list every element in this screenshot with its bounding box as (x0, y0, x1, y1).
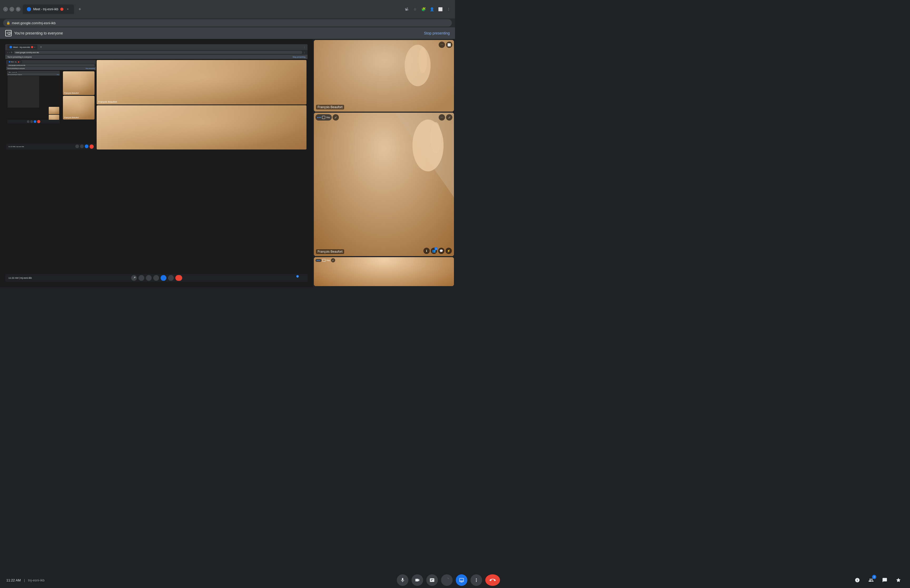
nested-browser-chrome-l1: Meet - tnj-esni-ikb × + ⋮ (5, 44, 307, 50)
svg-rect-2 (314, 40, 454, 111)
self-view-top-controls: ●●● You ⤢ (315, 258, 335, 262)
nested-stop-l1: Stop presenting (293, 56, 305, 58)
nested-url-l1: meet.google.com/tnj-esni-ikb (15, 52, 39, 53)
screen-share-area: Meet - tnj-esni-ikb × + ⋮ ‹ › ↻ meet.goo… (0, 39, 313, 287)
participant-video-2: François Beaufort ⋯ ⤢ ●●● You ⤢ ℹ 👥 3 (314, 113, 454, 256)
participant-2-controls: ⋯ ⤢ (439, 114, 453, 121)
participant-1-options[interactable]: ⋯ (439, 42, 445, 48)
p2-people[interactable]: 👥 3 (431, 248, 437, 254)
present-screen-icon (5, 30, 11, 36)
p2-badge: 3 (435, 247, 438, 250)
svg-point-9 (430, 122, 441, 153)
nested-content-l2: Meet - tnj-esni-ikb You're presenting to… (6, 70, 96, 150)
participant-2-fullscreen[interactable]: ⤢ (446, 114, 453, 121)
extension-icon[interactable]: 🧩 (420, 6, 427, 12)
main-content: Meet - tnj-esni-ikb × + ⋮ ‹ › ↻ meet.goo… (0, 39, 455, 287)
nested-browser-l2: Meet - tnj... × meet.google.com/tnj-esni… (6, 60, 96, 150)
presenting-banner: You're presenting to everyone Stop prese… (0, 27, 455, 39)
nested-banner-l1: You're presenting to everyone Stop prese… (5, 55, 307, 59)
stop-presenting-button[interactable]: Stop presenting (424, 31, 450, 35)
nested-mic-btn: 🎤 (131, 275, 137, 281)
active-tab[interactable]: Meet - tnj-esni-ikb × (23, 5, 74, 14)
cast-icon[interactable]: 📽 (403, 6, 410, 12)
tab-favicon (27, 7, 31, 11)
participant-2-options[interactable]: ⋯ (439, 114, 445, 121)
reload-button[interactable]: ↻ (16, 7, 21, 11)
self-view-sidebar: ●●● You ⤢ (314, 257, 454, 286)
p2-activities[interactable]: ⚡ (446, 248, 452, 254)
participant-1-label: François Beaufort (316, 105, 344, 110)
nested-video-1: François Beaufort (97, 60, 307, 105)
participant-2-bottom-controls: ℹ 👥 3 💬 ⚡ (423, 248, 452, 254)
tab-close-button[interactable]: × (66, 7, 70, 11)
tab-title: Meet - tnj-esni-ikb (33, 7, 58, 11)
profile-icon[interactable]: 👤 (429, 6, 435, 12)
menu-icon[interactable]: ⋮ (446, 6, 452, 12)
nested-videos-l1: François Beaufort (97, 60, 307, 150)
new-tab-button[interactable]: + (76, 5, 84, 13)
nested-main-l1: Meet - tnj... × meet.google.com/tnj-esni… (5, 59, 307, 282)
participant-1-controls: ⋯ ⬜ (439, 42, 453, 48)
bookmark-icon[interactable]: ☆ (412, 6, 418, 12)
you-indicator: ●●● You (315, 114, 332, 121)
self-view-expand[interactable]: ⤢ (331, 258, 335, 262)
url-text: meet.google.com/tnj-esni-ikb (12, 21, 55, 25)
browser-nav-controls: ‹ › ↻ (3, 7, 21, 11)
nested-video-2 (97, 105, 307, 150)
p2-info[interactable]: ℹ (423, 248, 430, 254)
nested-banner-text-l1: You're presenting to everyone (7, 56, 32, 58)
address-bar-row: 🔒 meet.google.com/tnj-esni-ikb (0, 18, 455, 27)
browser-chrome: ‹ › ↻ Meet - tnj-esni-ikb × + 📽 ☆ 🧩 👤 ⬜ … (0, 0, 455, 18)
svg-point-3 (405, 45, 431, 86)
back-button[interactable]: ‹ (3, 7, 8, 11)
p2-chat[interactable]: 💬 (438, 248, 444, 254)
nested-tab-title-l1: Meet - tnj-esni-ikb (13, 46, 30, 48)
nested-address-bar-l1: ‹ › ↻ meet.google.com/tnj-esni-ikb ⋮ (5, 50, 307, 55)
screen-content: Meet - tnj-esni-ikb × + ⋮ ‹ › ↻ meet.goo… (3, 42, 310, 284)
participant-1-pin[interactable]: ⬜ (446, 42, 453, 48)
right-sidebar: François Beaufort ⋯ ⬜ (313, 39, 455, 287)
participant-2-expand[interactable]: ⤢ (333, 114, 339, 121)
address-bar[interactable]: 🔒 meet.google.com/tnj-esni-ikb (3, 19, 452, 27)
nested-bottom-bar-l1: 11:22 AM | tnj-esni-ikb 🎤 (5, 274, 307, 282)
participant-2-label: François Beaufort (316, 249, 344, 254)
split-view-icon[interactable]: ⬜ (437, 6, 443, 12)
nested-browser-l1: Meet - tnj-esni-ikb × + ⋮ ‹ › ↻ meet.goo… (5, 44, 307, 282)
svg-point-4 (419, 47, 427, 73)
forward-button[interactable]: › (10, 7, 14, 11)
presenting-text: You're presenting to everyone (14, 31, 63, 35)
participant-video-1: François Beaufort ⋯ ⬜ (314, 40, 454, 111)
banner-left: You're presenting to everyone (5, 30, 63, 36)
